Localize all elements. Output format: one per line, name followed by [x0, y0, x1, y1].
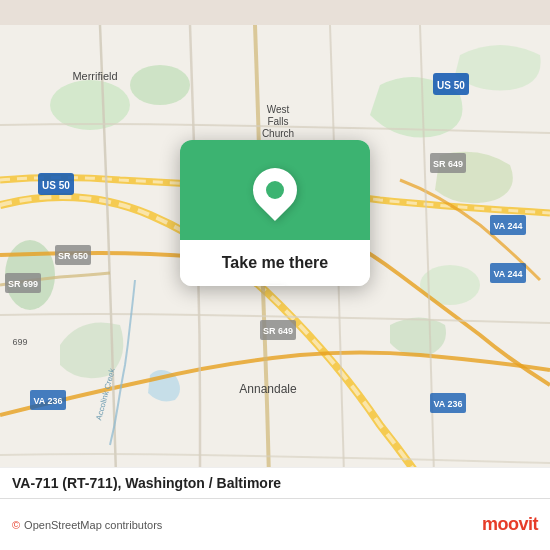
svg-text:VA 236: VA 236 — [33, 396, 62, 406]
location-pin-icon — [244, 159, 306, 221]
svg-point-2 — [130, 65, 190, 105]
svg-text:Falls: Falls — [267, 116, 288, 127]
svg-text:VA 236: VA 236 — [433, 399, 462, 409]
svg-text:VA 244: VA 244 — [493, 221, 522, 231]
copyright-area: © OpenStreetMap contributors — [12, 519, 162, 531]
route-title-bar: VA-711 (RT-711), Washington / Baltimore — [0, 467, 550, 498]
copyright-icon: © — [12, 519, 20, 531]
svg-text:Annandale: Annandale — [239, 382, 297, 396]
svg-text:SR 650: SR 650 — [58, 251, 88, 261]
moovit-brand-name: moovit — [482, 514, 538, 535]
location-pin-inner — [266, 181, 284, 199]
svg-text:SR 699: SR 699 — [8, 279, 38, 289]
svg-text:VA 244: VA 244 — [493, 269, 522, 279]
svg-text:699: 699 — [12, 337, 27, 347]
popup-map-preview — [180, 140, 370, 240]
popup-tail — [265, 285, 285, 286]
svg-text:Church: Church — [262, 128, 294, 139]
svg-point-1 — [50, 80, 130, 130]
svg-text:West: West — [267, 104, 290, 115]
bottom-bar: © OpenStreetMap contributors moovit — [0, 498, 550, 550]
route-title: VA-711 (RT-711), Washington / Baltimore — [12, 475, 281, 491]
popup-card: Take me there — [180, 140, 370, 286]
map-container: US 50 US 50 SR 649 SR 650 SR 649 VA 236 … — [0, 0, 550, 550]
copyright-text: OpenStreetMap contributors — [24, 519, 162, 531]
svg-text:US 50: US 50 — [437, 80, 465, 91]
svg-text:SR 649: SR 649 — [433, 159, 463, 169]
svg-text:US 50: US 50 — [42, 180, 70, 191]
take-me-there-button[interactable]: Take me there — [180, 240, 370, 286]
svg-text:SR 649: SR 649 — [263, 326, 293, 336]
svg-text:Merrifield: Merrifield — [72, 70, 117, 82]
moovit-logo: moovit — [482, 514, 538, 535]
